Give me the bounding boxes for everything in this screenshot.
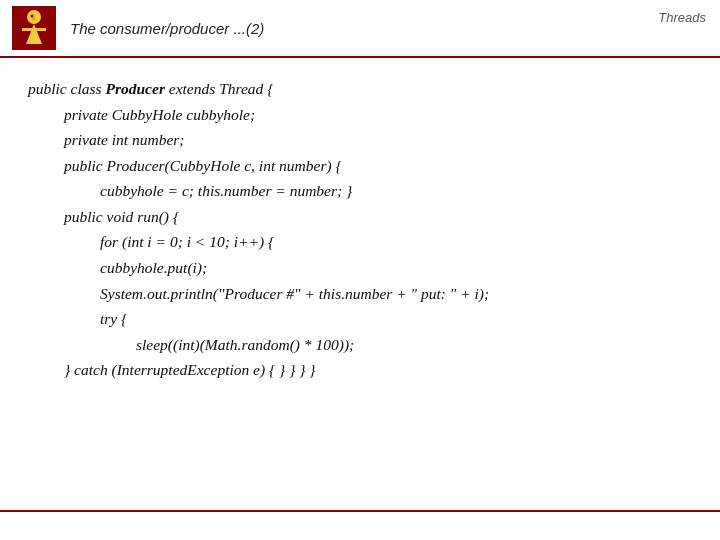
section-label: Threads: [658, 10, 706, 25]
code-line-3: private int number;: [28, 127, 692, 153]
code-line-1: public class Producer extends Thread {: [28, 76, 692, 102]
svg-rect-3: [22, 28, 46, 31]
code-content: public class Producer extends Thread { p…: [0, 58, 720, 401]
code-line-6: public void run() {: [28, 204, 692, 230]
code-block: public class Producer extends Thread { p…: [28, 76, 692, 383]
code-line-4: public Producer(CubbyHole c, int number)…: [28, 153, 692, 179]
code-line-7: for (int i = 0; i < 10; i++) {: [28, 229, 692, 255]
footer-divider: [0, 510, 720, 512]
code-line-2: private CubbyHole cubbyhole;: [28, 102, 692, 128]
header: The consumer/producer ...(2) Threads: [0, 0, 720, 58]
logo-icon: [12, 6, 56, 50]
code-line-12: } catch (InterruptedException e) { } } }…: [28, 357, 692, 383]
slide-title: The consumer/producer ...(2): [70, 20, 264, 37]
code-line-10: try {: [28, 306, 692, 332]
code-line-5: cubbyhole = c; this.number = number; }: [28, 178, 692, 204]
code-line-8: cubbyhole.put(i);: [28, 255, 692, 281]
code-line-9: System.out.println("Producer #" + this.n…: [28, 281, 692, 307]
code-line-11: sleep((int)(Math.random() * 100));: [28, 332, 692, 358]
